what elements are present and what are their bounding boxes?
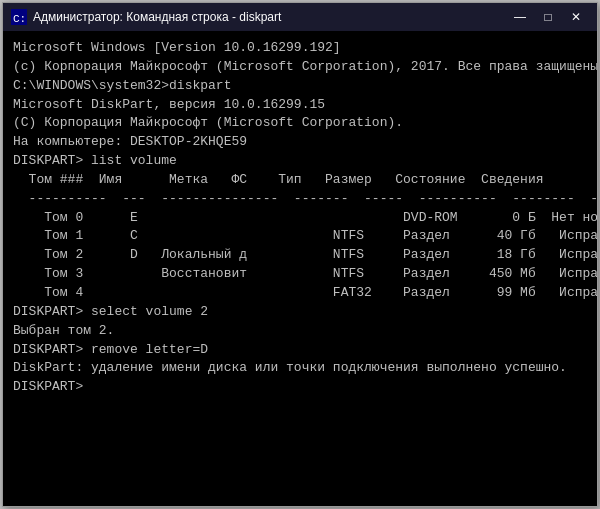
table-row: Том 0 E DVD-ROM 0 Б Нет носит <box>13 209 587 228</box>
console-line: DISKPART> remove letter=D <box>13 341 587 360</box>
console-output: Microsoft Windows [Version 10.0.16299.19… <box>3 31 597 506</box>
console-line: Выбран том 2. <box>13 322 587 341</box>
console-line: (с) Корпорация Майкрософт (Microsoft Cor… <box>13 58 587 77</box>
title-bar-text: Администратор: Командная строка - diskpa… <box>33 10 507 24</box>
console-line: Microsoft DiskPart, версия 10.0.16299.15 <box>13 96 587 115</box>
console-line: DiskPart: удаление имени диска или точки… <box>13 359 587 378</box>
table-row: Том 2 D Локальный д NTFS Раздел 18 Гб Ис… <box>13 246 587 265</box>
minimize-button[interactable]: — <box>507 7 533 27</box>
console-line: (С) Корпорация Майкрософт (Microsoft Cor… <box>13 114 587 133</box>
table-row: Том 3 Восстановит NTFS Раздел 450 Мб Исп… <box>13 265 587 284</box>
console-line: Microsoft Windows [Version 10.0.16299.19… <box>13 39 587 58</box>
console-line: На компьютере: DESKTOP-2KHQE59 <box>13 133 587 152</box>
main-window: C: Администратор: Командная строка - dis… <box>2 2 598 507</box>
title-bar-buttons: — □ ✕ <box>507 7 589 27</box>
svg-text:C:: C: <box>13 13 26 25</box>
table-row: Том 4 FAT32 Раздел 99 Мб Исправен Систем… <box>13 284 587 303</box>
console-line: DISKPART> select volume 2 <box>13 303 587 322</box>
console-line: DISKPART> <box>13 378 587 397</box>
close-button[interactable]: ✕ <box>563 7 589 27</box>
console-line: DISKPART> list volume <box>13 152 587 171</box>
console-line: C:\WINDOWS\system32>diskpart <box>13 77 587 96</box>
table-header: Том ### Имя Метка ФС Тип Размер Состояни… <box>13 171 587 190</box>
table-row: Том 1 C NTFS Раздел 40 Гб Исправен Загру… <box>13 227 587 246</box>
table-separator: ---------- --- --------------- ------- -… <box>13 190 587 209</box>
cmd-icon: C: <box>11 9 27 25</box>
maximize-button[interactable]: □ <box>535 7 561 27</box>
title-bar: C: Администратор: Командная строка - dis… <box>3 3 597 31</box>
